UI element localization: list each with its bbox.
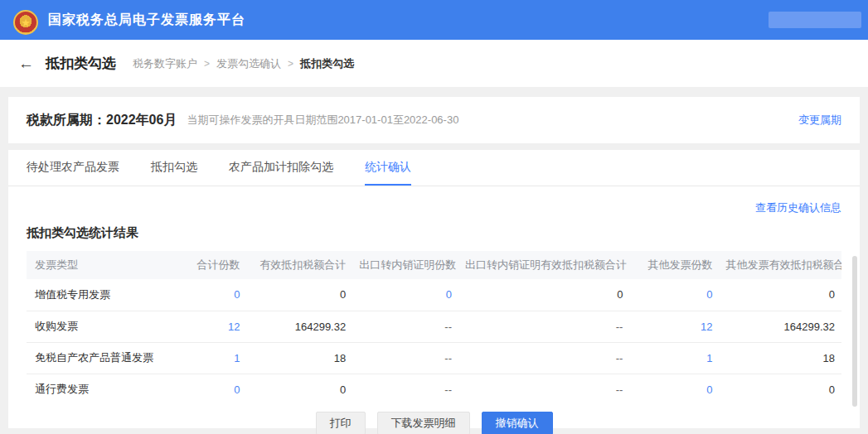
- invoice-type-cell: 通行费发票: [27, 374, 165, 405]
- revoke-confirm-button[interactable]: 撤销确认: [482, 412, 553, 434]
- table-cell[interactable]: 0: [629, 374, 719, 405]
- app-header: 国家税务总局电子发票服务平台: [0, 0, 868, 40]
- table-cell[interactable]: 1: [165, 342, 246, 374]
- tax-period-note: 当期可操作发票的开具日期范围2017-01-01至2022-06-30: [187, 113, 458, 128]
- tab-统计确认[interactable]: 统计确认: [365, 150, 411, 186]
- download-invoice-detail-button[interactable]: 下载发票明细: [377, 412, 470, 434]
- history-row: 查看历史确认信息: [8, 186, 860, 215]
- breadcrumb-item[interactable]: 税务数字账户: [133, 56, 197, 71]
- vertical-scrollbar[interactable]: [852, 256, 857, 407]
- column-header: 出口转内销证明有效抵扣税额合计: [458, 251, 629, 279]
- statistics-table: 发票类型合计份数有效抵扣税额合计出口转内销证明份数出口转内销证明有效抵扣税额合计…: [27, 251, 841, 405]
- main-panel: 待处理农产品发票抵扣勾选农产品加计扣除勾选统计确认 查看历史确认信息 抵扣类勾选…: [8, 150, 860, 428]
- table-cell[interactable]: 1: [629, 342, 719, 374]
- table-cell: --: [458, 374, 629, 405]
- table-cell: 164299.32: [720, 311, 841, 342]
- user-account-chip[interactable]: [769, 12, 861, 28]
- column-header: 发票类型: [27, 251, 165, 279]
- invoice-type-cell: 增值税专用发票: [27, 279, 165, 311]
- back-arrow-icon[interactable]: ←: [18, 55, 34, 73]
- table-cell[interactable]: 0: [165, 374, 246, 405]
- change-period-link[interactable]: 变更属期: [798, 113, 841, 128]
- table-cell[interactable]: 12: [629, 311, 719, 342]
- breadcrumb: 税务数字账户>发票勾选确认>抵扣类勾选: [133, 56, 354, 71]
- table-cell: 0: [246, 374, 352, 405]
- breadcrumb-item[interactable]: 发票勾选确认: [216, 56, 281, 71]
- table-cell[interactable]: 0: [165, 279, 246, 311]
- column-header: 出口转内销证明份数: [352, 251, 458, 279]
- table-cell: 0: [458, 279, 629, 311]
- breadcrumb-band: ← 抵扣类勾选 税务数字账户>发票勾选确认>抵扣类勾选: [0, 40, 868, 87]
- table-cell[interactable]: 0: [629, 279, 719, 311]
- app-title: 国家税务总局电子发票服务平台: [48, 12, 245, 29]
- action-footer: 打印 下载发票明细 撤销确认: [8, 405, 860, 434]
- table-cell: 18: [246, 342, 352, 374]
- breadcrumb-separator: >: [204, 58, 210, 70]
- tab-待处理农产品发票[interactable]: 待处理农产品发票: [27, 150, 119, 186]
- column-header: 有效抵扣税额合计: [246, 251, 352, 279]
- tax-period-label: 税款所属期：2022年06月: [27, 112, 177, 129]
- table-cell[interactable]: 12: [165, 311, 246, 342]
- table-cell: 0: [246, 279, 352, 311]
- table-row: 通行费发票00----00: [27, 374, 841, 405]
- tab-bar: 待处理农产品发票抵扣勾选农产品加计扣除勾选统计确认: [8, 150, 860, 186]
- table-row: 免税自产农产品普通发票118----118: [27, 342, 841, 374]
- table-cell: 0: [720, 374, 841, 405]
- table-cell: --: [352, 342, 458, 374]
- breadcrumb-separator: >: [288, 58, 293, 70]
- table-cell[interactable]: 0: [352, 279, 458, 311]
- table-row: 增值税专用发票000000: [27, 279, 841, 311]
- column-header: 其他发票份数: [629, 251, 719, 279]
- table-cell: 164299.32: [246, 311, 352, 342]
- table-cell: 18: [720, 342, 841, 374]
- column-header: 合计份数: [165, 251, 246, 279]
- print-button[interactable]: 打印: [316, 412, 366, 434]
- column-header: 其他发票有效抵扣税额合计: [720, 251, 841, 279]
- view-history-link[interactable]: 查看历史确认信息: [755, 201, 841, 214]
- tab-抵扣勾选[interactable]: 抵扣勾选: [151, 150, 197, 186]
- national-emblem-icon: [13, 10, 38, 35]
- invoice-type-cell: 收购发票: [27, 311, 165, 342]
- table-row: 收购发票12164299.32----12164299.32: [27, 311, 841, 342]
- table-cell: --: [458, 311, 629, 342]
- table-header-row: 发票类型合计份数有效抵扣税额合计出口转内销证明份数出口转内销证明有效抵扣税额合计…: [27, 251, 841, 279]
- table-cell: --: [458, 342, 629, 374]
- breadcrumb-item: 抵扣类勾选: [300, 56, 354, 71]
- table-cell: 0: [720, 279, 841, 311]
- section-title: 抵扣类勾选统计结果: [8, 215, 860, 251]
- table-cell: --: [352, 374, 458, 405]
- tax-period-card: 税款所属期：2022年06月 当期可操作发票的开具日期范围2017-01-01至…: [8, 97, 860, 143]
- table-cell: --: [352, 311, 458, 342]
- page-title: 抵扣类勾选: [46, 54, 116, 73]
- invoice-type-cell: 免税自产农产品普通发票: [27, 342, 165, 374]
- tab-农产品加计扣除勾选[interactable]: 农产品加计扣除勾选: [229, 150, 333, 186]
